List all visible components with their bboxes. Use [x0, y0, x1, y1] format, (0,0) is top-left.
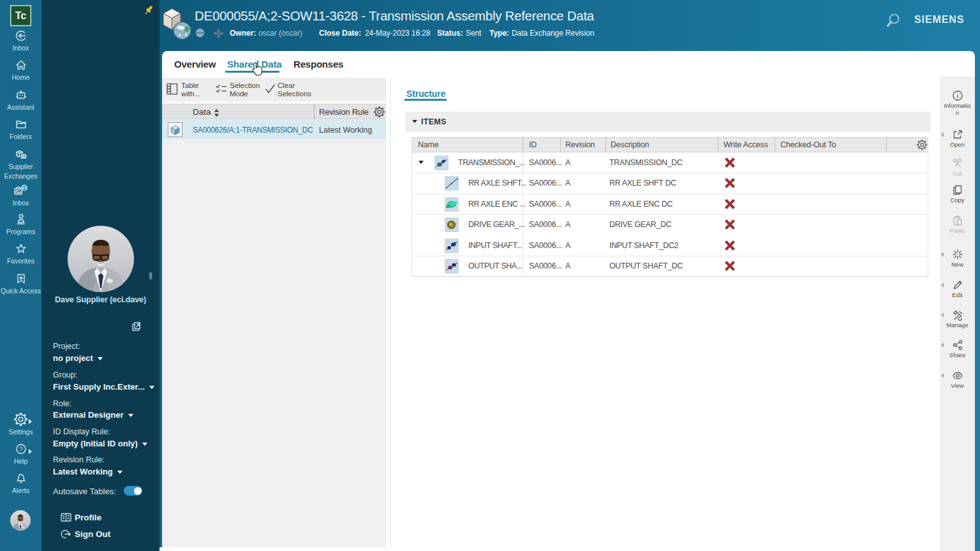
svg-text:?: ?: [19, 445, 22, 452]
svg-text:1: 1: [22, 185, 26, 191]
